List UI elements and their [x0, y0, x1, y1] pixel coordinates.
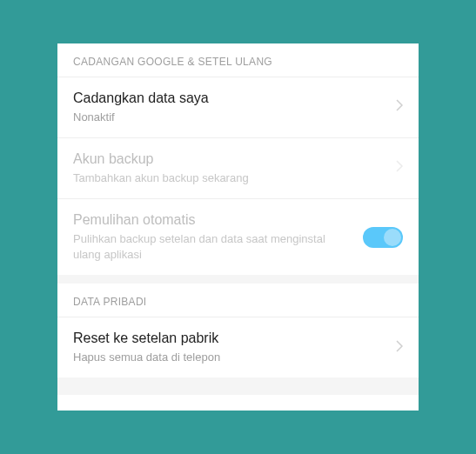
- toggle-auto-restore[interactable]: [363, 227, 403, 248]
- row-title: Akun backup: [73, 150, 389, 169]
- section-header-google-backup: CADANGAN GOOGLE & SETEL ULANG: [57, 43, 419, 77]
- row-factory-reset[interactable]: Reset ke setelan pabrik Hapus semua data…: [57, 317, 419, 377]
- bottom-gap: [57, 377, 419, 395]
- section-header-personal-data: DATA PRIBADI: [57, 284, 419, 317]
- section-gap: [57, 275, 419, 284]
- chevron-right-icon: [396, 99, 403, 115]
- row-content: Pemulihan otomatis Pulihkan backup setel…: [73, 211, 352, 263]
- row-backup-account: Akun backup Tambahkan akun backup sekara…: [57, 138, 419, 198]
- chevron-right-icon: [396, 340, 403, 356]
- row-auto-restore: Pemulihan otomatis Pulihkan backup setel…: [57, 199, 419, 275]
- row-subtitle: Pulihkan backup setelan dan data saat me…: [73, 231, 345, 263]
- row-content: Cadangkan data saya Nonaktif: [73, 90, 389, 125]
- row-title: Cadangkan data saya: [73, 90, 389, 108]
- row-content: Reset ke setelan pabrik Hapus semua data…: [73, 330, 389, 365]
- row-subtitle: Nonaktif: [73, 110, 389, 125]
- chevron-right-icon: [396, 160, 403, 176]
- settings-panel: CADANGAN GOOGLE & SETEL ULANG Cadangkan …: [57, 43, 419, 411]
- row-subtitle: Hapus semua data di telepon: [73, 350, 389, 365]
- row-backup-data[interactable]: Cadangkan data saya Nonaktif: [57, 77, 419, 137]
- row-title: Reset ke setelan pabrik: [73, 330, 389, 348]
- toggle-knob: [384, 229, 401, 246]
- row-subtitle: Tambahkan akun backup sekarang: [73, 170, 389, 186]
- row-title: Pemulihan otomatis: [73, 211, 345, 230]
- row-content: Akun backup Tambahkan akun backup sekara…: [73, 150, 389, 186]
